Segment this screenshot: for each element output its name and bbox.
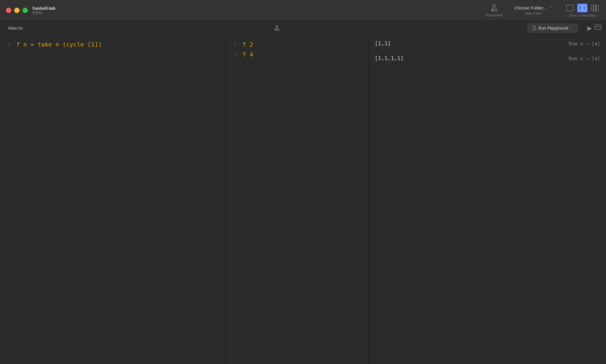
- result-value-2: [1,1,1,1]: [375, 55, 404, 61]
- run-playground-label: Run Playground: [539, 26, 568, 30]
- svg-rect-5: [594, 5, 596, 11]
- svg-rect-2: [579, 5, 582, 11]
- app-name: haskell-lab: [33, 6, 56, 11]
- run-playground-chevron: ⌃: [570, 26, 573, 30]
- result-value-1: [1,1]: [375, 40, 391, 46]
- tabbar-flask-icon: [274, 25, 280, 31]
- experiment-button[interactable]: Experiment: [486, 4, 502, 17]
- layout-split-icon: [578, 4, 586, 12]
- svg-rect-1: [566, 5, 573, 11]
- layout-triple-icon: [591, 4, 599, 12]
- main-tab[interactable]: Main.hs: [5, 24, 26, 32]
- line-code-1[interactable]: f n = take n (cycle [1]): [16, 41, 102, 48]
- svg-point-7: [276, 29, 277, 29]
- minimize-button[interactable]: [14, 8, 20, 13]
- titlebar: haskell-lab Edited Experiment Choose Fol…: [0, 0, 606, 21]
- titlebar-controls: Experiment Choose Folder... ⌃ Data Folde…: [486, 4, 600, 17]
- flask-icon: [490, 4, 498, 12]
- maximize-button[interactable]: [22, 8, 28, 13]
- layout-single-icon: [566, 4, 574, 12]
- layout-triple-button[interactable]: [589, 4, 600, 12]
- tabbar: Main.hs Run Playground ⌃ ▶: [0, 21, 606, 36]
- layout-single-button[interactable]: [565, 4, 575, 12]
- result-type-2: Num a ⇒ [a]: [569, 56, 600, 61]
- sidebar-icon: [595, 25, 601, 30]
- run-button[interactable]: ▶: [587, 25, 592, 32]
- playground-pane: 1 f 2 2 f 4: [226, 36, 368, 364]
- playground-line-code-1[interactable]: f 2: [243, 41, 253, 48]
- close-button[interactable]: [6, 8, 11, 13]
- editor-pane: 1 f n = take n (cycle [1]): [0, 36, 226, 364]
- data-folder-label: Data Folder: [525, 12, 542, 15]
- layout-split-button[interactable]: [577, 4, 588, 12]
- results-pane: [1,1] Num a ⇒ [a] [1,1,1,1] Num a ⇒ [a]: [369, 36, 606, 364]
- run-flask-icon: [532, 26, 537, 30]
- run-playground-button[interactable]: Run Playground ⌃: [528, 24, 578, 33]
- layout-icons: [565, 4, 600, 12]
- svg-rect-4: [591, 5, 593, 11]
- svg-point-0: [493, 9, 494, 9]
- traffic-lights: [6, 8, 28, 13]
- playground-line-number-1: 1: [226, 42, 243, 48]
- result-row-2: [1,1,1,1] Num a ⇒ [a]: [375, 55, 600, 67]
- experiment-label: Experiment: [486, 13, 502, 17]
- tabbar-right-controls: ▶: [587, 25, 601, 32]
- playground-line-number-2: 2: [226, 52, 243, 58]
- folder-label: Choose Folder...: [514, 5, 547, 10]
- app-status: Edited: [33, 11, 56, 15]
- result-type-1: Num a ⇒ [a]: [569, 41, 600, 46]
- svg-rect-6: [596, 5, 598, 11]
- main-content: 1 f n = take n (cycle [1]) 1 f 2 2 f 4 […: [0, 36, 606, 364]
- playground-line-1: 1 f 2: [226, 40, 368, 50]
- chevron-down-icon: ⌃: [549, 6, 553, 10]
- line-number-1: 1: [0, 42, 16, 48]
- folder-chooser-button[interactable]: Choose Folder... ⌃: [514, 5, 553, 10]
- playground-line-2: 2 f 4: [226, 50, 368, 60]
- sidebar-toggle-button[interactable]: [595, 25, 601, 31]
- svg-rect-3: [583, 5, 586, 11]
- app-title: haskell-lab Edited: [33, 6, 56, 15]
- svg-rect-8: [595, 25, 601, 30]
- editor-line-1: 1 f n = take n (cycle [1]): [0, 40, 225, 50]
- show-hide-label: Show or Hide Area: [569, 14, 596, 17]
- result-row-1: [1,1] Num a ⇒ [a]: [375, 40, 600, 52]
- playground-line-code-2[interactable]: f 4: [243, 51, 253, 58]
